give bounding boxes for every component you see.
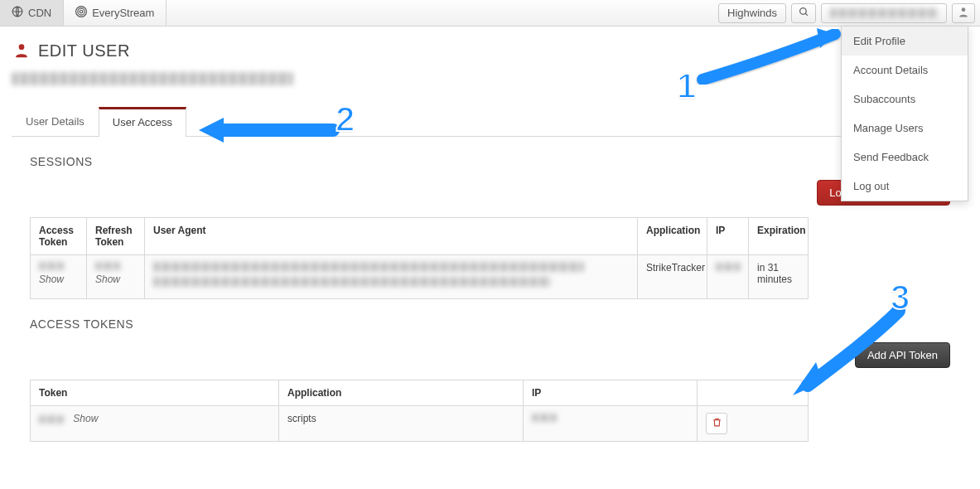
svg-point-7 bbox=[19, 44, 25, 50]
page-title: EDIT USER bbox=[38, 41, 130, 61]
col-user-agent: User Agent bbox=[145, 218, 638, 255]
annotation-number-3: 3 bbox=[891, 278, 910, 317]
sessions-section: SESSIONS Log out other sessions Access T… bbox=[30, 155, 950, 299]
dropdown-log-out[interactable]: Log out bbox=[842, 172, 968, 201]
token-blur bbox=[39, 262, 64, 270]
show-link[interactable]: Show bbox=[39, 274, 64, 285]
col-refresh-token: Refresh Token bbox=[87, 218, 145, 255]
col-ip: IP bbox=[707, 218, 749, 255]
ip-blur bbox=[716, 263, 741, 271]
dropdown-manage-users[interactable]: Manage Users bbox=[842, 114, 968, 143]
stream-icon bbox=[75, 6, 87, 20]
annotation-arrow-3 bbox=[783, 303, 915, 410]
sessions-heading: SESSIONS bbox=[30, 155, 950, 168]
annotation-arrow-1 bbox=[694, 22, 852, 88]
ua-blur bbox=[153, 277, 551, 287]
table-row: Show scripts bbox=[31, 406, 809, 442]
delete-token-button[interactable] bbox=[706, 413, 727, 434]
cell-access-token: Show bbox=[31, 255, 87, 299]
globe-icon bbox=[12, 6, 23, 20]
dropdown-item-label: Edit Profile bbox=[853, 35, 905, 47]
svg-marker-9 bbox=[199, 118, 224, 143]
col-token: Token bbox=[31, 380, 279, 406]
tab-user-access[interactable]: User Access bbox=[99, 107, 186, 137]
tabs: User Details User Access bbox=[12, 106, 968, 137]
cell-expiration: in 31 minutes bbox=[749, 255, 809, 299]
table-row: Show Show StrikeTracker in 31 minutes bbox=[31, 255, 809, 299]
dropdown-edit-profile[interactable]: Edit Profile bbox=[842, 27, 968, 56]
tokens-table: Token Application IP Show scripts bbox=[30, 380, 809, 442]
search-button[interactable] bbox=[791, 3, 816, 23]
svg-point-1 bbox=[80, 10, 83, 13]
nav-cdn-label: CDN bbox=[28, 7, 51, 19]
annotation-number-1: 1 bbox=[677, 66, 696, 106]
account-switch-button[interactable]: Highwinds bbox=[718, 3, 786, 23]
user-icon bbox=[13, 41, 30, 61]
col-application: Application bbox=[279, 380, 524, 406]
svg-point-6 bbox=[962, 7, 966, 12]
table-header-row: Token Application IP bbox=[31, 380, 809, 406]
dropdown-send-feedback[interactable]: Send Feedback bbox=[842, 143, 968, 172]
cell-ip bbox=[524, 406, 698, 442]
col-access-token: Access Token bbox=[31, 218, 87, 255]
current-user-blur bbox=[830, 8, 938, 18]
dropdown-item-label: Log out bbox=[853, 180, 889, 192]
col-ip: IP bbox=[524, 380, 698, 406]
profile-dropdown: Edit Profile Account Details Subaccounts… bbox=[841, 26, 968, 201]
col-application: Application bbox=[638, 218, 707, 255]
token-blur bbox=[95, 262, 120, 270]
nav-cdn[interactable]: CDN bbox=[0, 0, 64, 26]
token-blur bbox=[39, 415, 64, 424]
annotation-number-2: 2 bbox=[336, 99, 355, 139]
trash-icon bbox=[712, 417, 722, 430]
cell-application: StrikeTracker bbox=[638, 255, 707, 299]
current-user-button[interactable] bbox=[821, 3, 947, 23]
cell-application: scripts bbox=[279, 406, 524, 442]
profile-icon bbox=[958, 6, 969, 20]
show-link[interactable]: Show bbox=[73, 413, 98, 424]
cell-user-agent bbox=[145, 255, 638, 299]
tab-label: User Access bbox=[113, 116, 172, 128]
col-expiration: Expiration bbox=[749, 218, 809, 255]
tab-label: User Details bbox=[26, 115, 84, 128]
cell-actions bbox=[698, 406, 809, 442]
tab-user-details[interactable]: User Details bbox=[12, 106, 99, 136]
svg-point-2 bbox=[78, 8, 84, 15]
nav-everystream-label: EveryStream bbox=[92, 7, 154, 19]
cell-token: Show bbox=[31, 406, 279, 442]
user-identity-blur bbox=[12, 72, 293, 85]
cell-refresh-token: Show bbox=[87, 255, 145, 299]
dropdown-item-label: Manage Users bbox=[853, 122, 924, 134]
dropdown-item-label: Account Details bbox=[853, 64, 928, 76]
dropdown-subaccounts[interactable]: Subaccounts bbox=[842, 85, 968, 114]
nav-everystream[interactable]: EveryStream bbox=[64, 0, 167, 26]
account-switch-label: Highwinds bbox=[727, 7, 777, 19]
sessions-table: Access Token Refresh Token User Agent Ap… bbox=[30, 217, 809, 299]
table-header-row: Access Token Refresh Token User Agent Ap… bbox=[31, 218, 809, 255]
ip-blur bbox=[532, 414, 557, 422]
show-link[interactable]: Show bbox=[95, 274, 120, 285]
dropdown-item-label: Send Feedback bbox=[853, 151, 929, 163]
ua-blur bbox=[153, 262, 584, 272]
cell-ip bbox=[707, 255, 749, 299]
dropdown-account-details[interactable]: Account Details bbox=[842, 56, 968, 85]
search-icon bbox=[799, 7, 809, 20]
dropdown-item-label: Subaccounts bbox=[853, 93, 915, 105]
annotation-arrow-2 bbox=[192, 109, 341, 151]
svg-line-5 bbox=[805, 13, 808, 16]
profile-menu-button[interactable] bbox=[952, 3, 975, 23]
svg-point-4 bbox=[799, 7, 806, 14]
